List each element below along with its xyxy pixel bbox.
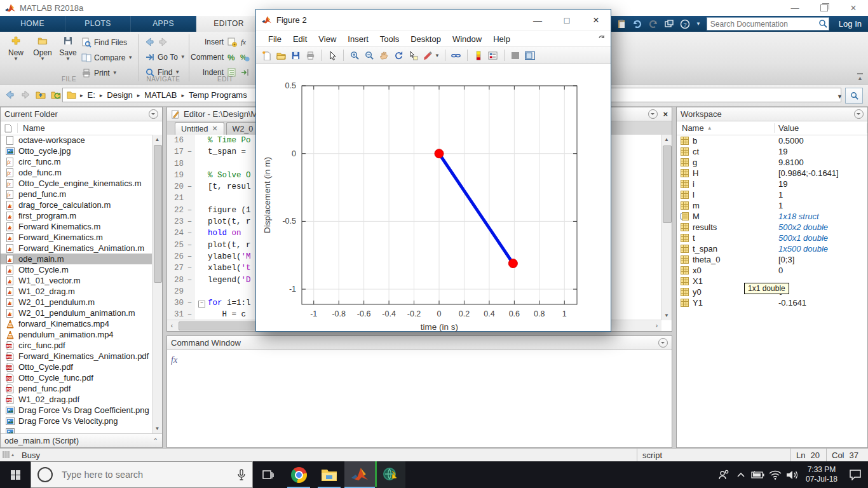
workspace-row[interactable]: results500x2 double (677, 222, 867, 233)
cascade-windows-icon[interactable] (664, 19, 674, 29)
help-icon[interactable]: ? (680, 19, 690, 29)
open-file-icon[interactable] (275, 50, 287, 61)
workspace-row[interactable]: g9.8100 (677, 157, 867, 168)
file-row[interactable]: fxOtto_Cycle_engine_kinematics.m (1, 178, 153, 189)
hide-plot-tools-icon[interactable] (510, 50, 521, 61)
login-link[interactable]: Log In (835, 19, 865, 29)
insert-section-icon[interactable] (227, 37, 237, 47)
insert-fx-icon[interactable]: fx (240, 37, 250, 47)
taskbar-clock[interactable]: 7:33 PM 07-Jul-18 (801, 465, 843, 484)
workspace-row[interactable]: Y1-0.1641 (677, 297, 867, 308)
help-dropdown-icon[interactable]: ▼ (696, 21, 701, 27)
taskbar-app-chrome[interactable] (283, 461, 314, 488)
forward-nav-icon[interactable] (20, 90, 31, 100)
documentation-search-input[interactable] (707, 17, 829, 30)
file-row[interactable]: octave-workspace (1, 135, 153, 146)
file-row[interactable]: Forward_Kinematics.m (1, 232, 153, 243)
tab-untitled[interactable]: Untitled✕ (175, 122, 224, 135)
taskbar-app-matlab[interactable] (344, 461, 375, 488)
file-row[interactable]: Forward Kinematics.m (1, 221, 153, 232)
close-tab-icon[interactable]: ✕ (212, 125, 217, 133)
forward-arrow-icon[interactable] (158, 37, 168, 47)
taskbar-app-idm[interactable] (375, 461, 405, 488)
file-row[interactable]: PDFpend_func.pdf (1, 383, 153, 394)
figure-menu-file[interactable]: File (262, 34, 287, 44)
breadcrumb-item[interactable]: E: (88, 90, 95, 100)
file-row[interactable]: forward_Kinematics.mp4 (1, 318, 153, 329)
ribbon-collapse-icon[interactable]: ▲ (857, 73, 863, 81)
file-row[interactable]: W1_01_vector.m (1, 275, 153, 286)
file-row[interactable]: PDFW1_02_drag.pdf (1, 394, 153, 405)
rotate-3d-icon[interactable] (393, 50, 404, 61)
code-fold-icon[interactable]: – (198, 301, 205, 308)
goto-button[interactable]: Go To▼ (145, 52, 186, 62)
folder-search-button[interactable] (845, 88, 863, 104)
figure-close-button[interactable]: × (581, 10, 611, 30)
find-files-button[interactable]: Find Files (81, 37, 145, 48)
file-row[interactable]: PDFForward_Kinematics_Animation.pdf (1, 351, 153, 362)
taskbar-search[interactable] (31, 461, 253, 488)
figure-titlebar[interactable]: Figure 2 — □ × (256, 10, 611, 31)
data-cursor-icon[interactable] (407, 50, 419, 61)
file-row[interactable]: ode_main.m (1, 254, 153, 264)
file-row[interactable]: W1_02_drag.m (1, 286, 153, 297)
scroll-right-icon[interactable]: › (652, 321, 661, 330)
folder-scrollbar[interactable]: ▲ ▼ (152, 135, 162, 433)
editor-vertical-scrollbar[interactable]: ▲ ▼ (661, 135, 672, 320)
panel-menu-icon[interactable] (854, 109, 864, 119)
uncomment-percent-icon[interactable]: % (240, 52, 250, 62)
undo-icon[interactable] (632, 19, 642, 29)
breadcrumb-dropdown-icon[interactable]: ▼ (837, 93, 843, 100)
scroll-up-icon[interactable]: ▲ (153, 135, 162, 144)
volume-icon[interactable] (783, 461, 801, 488)
file-details-bar[interactable]: ode_main.m (Script)⌃ (1, 433, 162, 447)
zoom-out-icon[interactable] (363, 50, 375, 61)
microphone-icon[interactable] (237, 469, 246, 480)
file-row[interactable]: Drag Force Vs Velocity.png (1, 416, 153, 426)
navigate-back-forward[interactable] (145, 37, 168, 47)
file-row[interactable]: fxode_func.m (1, 167, 153, 178)
pan-icon[interactable] (378, 50, 390, 61)
file-row[interactable]: Forward_Kinematics_Animation.m (1, 243, 153, 254)
file-row[interactable]: pendulum_animation.mp4 (1, 329, 153, 340)
show-hidden-icons-chevron[interactable] (732, 461, 749, 488)
people-icon[interactable] (715, 461, 732, 488)
restore-button[interactable] (810, 0, 839, 16)
taskbar-app-file-explorer[interactable] (314, 461, 344, 488)
panel-menu-icon[interactable] (648, 109, 658, 119)
link-plot-icon[interactable] (451, 50, 462, 61)
ribbon-tab-home[interactable]: HOME (0, 16, 65, 32)
pendulum-plot[interactable]: -1-0.8-0.6-0.4-0.200.20.40.60.810.50-0.5… (256, 64, 611, 332)
scroll-up-icon[interactable]: ▲ (661, 135, 672, 144)
panel-menu-icon[interactable] (149, 109, 158, 119)
up-folder-icon[interactable] (36, 90, 46, 100)
file-row[interactable]: W2_01_pendulum_animation.m (1, 308, 153, 318)
file-row[interactable]: first_program.m (1, 210, 153, 221)
dock-figure-icon[interactable] (598, 34, 611, 44)
file-row[interactable]: Otto_Cycle.m (1, 264, 153, 275)
workspace-row[interactable]: M1x18 struct (677, 211, 867, 222)
scroll-down-icon[interactable]: ▼ (153, 424, 162, 433)
workspace-row[interactable]: l1 (677, 189, 867, 200)
figure-menu-insert[interactable]: Insert (342, 34, 374, 44)
file-row[interactable]: PDFOtto_Cycle.pdf (1, 362, 153, 372)
close-button[interactable]: × (839, 0, 868, 16)
workspace-row[interactable]: H[0.9864;-0.1641] (677, 168, 867, 179)
compare-button[interactable]: Compare▼ (81, 52, 145, 64)
workspace-row[interactable]: i19 (677, 179, 867, 189)
ribbon-tab-editor[interactable]: EDITOR (196, 16, 262, 32)
brush-dropdown-icon[interactable]: ▼ (435, 53, 440, 58)
ribbon-tab-plots[interactable]: PLOTS (65, 16, 131, 32)
show-plot-tools-icon[interactable] (524, 50, 536, 61)
file-row[interactable]: PDFOtto_Cycle_func.pdf (1, 372, 153, 383)
paste-icon[interactable] (616, 19, 627, 29)
figure-minimize-button[interactable]: — (523, 10, 552, 30)
scroll-down-icon[interactable]: ▼ (661, 311, 672, 320)
pointer-icon[interactable] (327, 50, 338, 61)
insert-legend-icon[interactable] (487, 50, 499, 61)
back-arrow-icon[interactable] (145, 37, 155, 47)
name-column-header[interactable]: Name (1, 121, 162, 135)
file-row[interactable]: drag_force_calculation.m (1, 200, 153, 210)
file-row[interactable]: W2_01_pendulum.m (1, 297, 153, 308)
open-button[interactable]: Open▼ (31, 36, 55, 61)
